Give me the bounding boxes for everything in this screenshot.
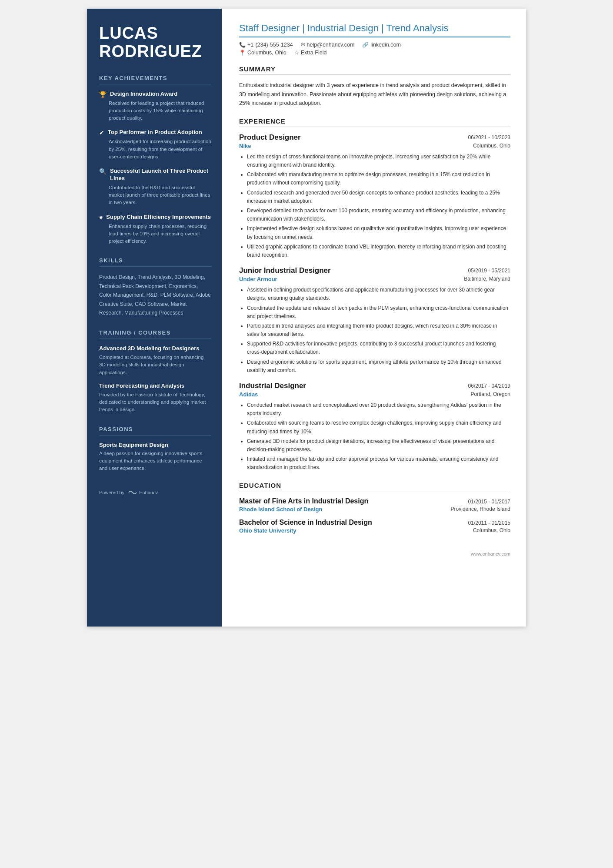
job-2-bullet-2: Coordinated the update and release of te… [247, 304, 510, 321]
linkedin-text: linkedin.com [370, 42, 400, 48]
sidebar-footer: Powered by Enhancv [99, 489, 211, 496]
contact-row-1: 📞 +1-(234)-555-1234 ✉ help@enhancv.com 🔗… [239, 42, 510, 48]
email-text: help@enhancv.com [307, 42, 355, 48]
job-3-bullet-1: Conducted market research and conceptual… [247, 401, 510, 418]
job-2-bullets: Assisted in defining product specificati… [239, 286, 510, 375]
job-3-bullet-3: Generated 3D models for product design i… [247, 437, 510, 454]
phone-text: +1-(234)-555-1234 [247, 42, 293, 48]
training-title: TRAINING / COURSES [99, 329, 211, 339]
job-3-location: Portland, Oregon [471, 391, 510, 398]
contact-row-2: 📍 Columbus, Ohio ☆ Extra Field [239, 50, 510, 56]
achievement-1-title: Design Innovation Award [110, 90, 177, 98]
job-3-sub: Adidas Portland, Oregon [239, 391, 510, 398]
job-3-header: Industrial Designer 06/2017 - 04/2019 [239, 382, 510, 390]
job-2-bullet-3: Participated in trend analyses and integ… [247, 322, 510, 338]
course-1: Advanced 3D Modeling for Designers Compl… [99, 345, 211, 376]
header-title: Staff Designer | Industrial Design | Tre… [239, 23, 510, 37]
achievement-4-icon: ♥ [99, 214, 103, 221]
edu-2-degree: Bachelor of Science in Industrial Design [239, 519, 372, 526]
edu-2-location: Columbus, Ohio [473, 527, 510, 534]
passions-section: PASSIONS Sports Equipment Design A deep … [99, 426, 211, 473]
job-1-header: Product Designer 06/2021 - 10/2023 [239, 133, 510, 142]
contact-linkedin: 🔗 linkedin.com [362, 42, 400, 48]
candidate-name: LUCAS RODRIGUEZ [99, 24, 211, 61]
extra-text: Extra Field [301, 50, 327, 56]
job-2-header: Junior Industrial Designer 05/2019 - 05/… [239, 266, 510, 275]
star-icon: ☆ [294, 50, 299, 56]
contact-location: 📍 Columbus, Ohio [239, 50, 287, 56]
job-2-bullet-4: Supported R&D activities for innovative … [247, 340, 510, 356]
edu-1-header: Master of Fine Arts in Industrial Design… [239, 497, 510, 505]
achievement-3-title: Successful Launch of Three Product Lines [110, 168, 211, 182]
name-block: LUCAS RODRIGUEZ [99, 24, 211, 61]
edu-2-sub: Ohio State University Columbus, Ohio [239, 527, 510, 534]
powered-by-label: Powered by [99, 490, 124, 495]
achievement-3-icon: 🔍 [99, 168, 107, 175]
job-3-bullet-4: Initiated and managed the lab dip and co… [247, 455, 510, 472]
job-1-bullet-2: Collaborated with manufacturing teams to… [247, 171, 510, 187]
job-2-dates: 05/2019 - 05/2021 [468, 268, 510, 274]
location-text: Columbus, Ohio [247, 50, 287, 56]
passion-1-title: Sports Equipment Design [99, 442, 211, 448]
contact-extra: ☆ Extra Field [294, 50, 327, 56]
passions-title: PASSIONS [99, 426, 211, 436]
achievement-1-icon: 🏆 [99, 91, 107, 98]
achievement-1: 🏆 Design Innovation Award Received for l… [99, 90, 211, 122]
job-1-bullets: Led the design of cross-functional teams… [239, 153, 510, 259]
edu-1-sub: Rhode Island School of Design Providence… [239, 506, 510, 513]
job-1-title: Product Designer [239, 133, 301, 142]
job-3-bullet-2: Collaborated with sourcing teams to reso… [247, 419, 510, 436]
job-3-title: Industrial Designer [239, 382, 306, 390]
edu-1-location: Providence, Rhode Island [451, 506, 510, 513]
edu-2-school: Ohio State University [239, 527, 296, 534]
main-content: Staff Designer | Industrial Design | Tre… [222, 9, 526, 627]
sidebar: LUCAS RODRIGUEZ KEY ACHIEVEMENTS 🏆 Desig… [87, 9, 222, 627]
achievement-2-icon: ✔ [99, 129, 104, 136]
job-1-bullet-3: Conducted research and generated over 50… [247, 189, 510, 205]
training-section: TRAINING / COURSES Advanced 3D Modeling … [99, 329, 211, 413]
contact-phone: 📞 +1-(234)-555-1234 [239, 42, 293, 48]
job-1-sub: Nike Columbus, Ohio [239, 143, 510, 149]
achievement-2: ✔ Top Performer in Product Adoption Ackn… [99, 129, 211, 161]
passion-1-desc: A deep passion for designing innovative … [99, 450, 211, 473]
edu-2-dates: 01/2011 - 01/2015 [468, 520, 510, 526]
education-section-title: EDUCATION [239, 482, 510, 491]
achievement-4-desc: Enhanced supply chain processes, reducin… [99, 223, 211, 245]
job-1-bullet-4: Developed detailed tech packs for over 1… [247, 207, 510, 223]
achievement-3-desc: Contributed to the R&D and successful ma… [99, 184, 211, 207]
job-2-location: Baltimore, Maryland [464, 276, 510, 282]
skills-text: Product Design, Trend Analysis, 3D Model… [99, 273, 211, 317]
job-3-company: Adidas [239, 391, 258, 398]
achievement-2-desc: Acknowledged for increasing product adop… [99, 138, 211, 161]
course-1-title: Advanced 3D Modeling for Designers [99, 345, 211, 352]
edu-1-degree: Master of Fine Arts in Industrial Design [239, 497, 368, 505]
job-3-bullets: Conducted market research and conceptual… [239, 401, 510, 472]
skills-title: SKILLS [99, 257, 211, 267]
summary-text: Enthusiastic industrial designer with 3 … [239, 81, 510, 108]
main-footer: www.enhancv.com [239, 551, 510, 556]
course-2-title: Trend Forecasting and Analysis [99, 382, 211, 390]
course-2-desc: Provided by the Fashion Institute of Tec… [99, 391, 211, 414]
phone-icon: 📞 [239, 42, 246, 48]
skills-section: SKILLS Product Design, Trend Analysis, 3… [99, 257, 211, 317]
summary-section-title: SUMMARY [239, 65, 510, 75]
achievement-1-desc: Received for leading a project that redu… [99, 100, 211, 122]
achievement-3: 🔍 Successful Launch of Three Product Lin… [99, 168, 211, 207]
job-2-bullet-5: Designed ergonomic solutions for sports … [247, 358, 510, 375]
location-icon: 📍 [239, 50, 246, 56]
achievement-4: ♥ Supply Chain Efficiency Improvements E… [99, 214, 211, 245]
job-2-title: Junior Industrial Designer [239, 266, 331, 275]
linkedin-icon: 🔗 [362, 42, 369, 48]
edu-1-school: Rhode Island School of Design [239, 506, 322, 513]
job-1-bullet-6: Utilized graphic applications to coordin… [247, 243, 510, 259]
job-1-company: Nike [239, 143, 251, 149]
edu-1-dates: 01/2015 - 01/2017 [468, 499, 510, 505]
job-1-dates: 06/2021 - 10/2023 [468, 134, 510, 141]
job-2-bullet-1: Assisted in defining product specificati… [247, 286, 510, 302]
job-3-dates: 06/2017 - 04/2019 [468, 383, 510, 389]
enhancv-logo: Enhancv [128, 489, 158, 496]
achievement-4-title: Supply Chain Efficiency Improvements [106, 214, 211, 221]
job-1-bullet-5: Implemented effective design solutions b… [247, 225, 510, 241]
experience-section-title: EXPERIENCE [239, 117, 510, 127]
contact-email: ✉ help@enhancv.com [301, 42, 355, 48]
